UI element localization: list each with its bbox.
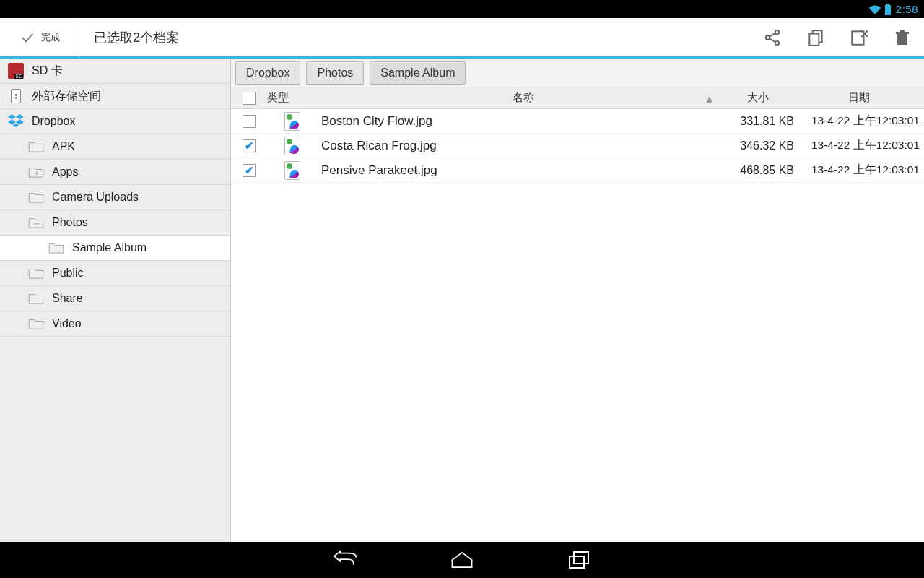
status-clock: 2:58 — [896, 3, 918, 15]
checkbox-icon — [243, 92, 256, 105]
header-name[interactable]: 名称 ▲ — [325, 91, 722, 105]
checkbox-icon — [243, 115, 256, 128]
svg-rect-10 — [900, 30, 905, 32]
header-size[interactable]: 大小 — [722, 91, 794, 105]
breadcrumb: Dropbox Photos Sample Album — [231, 59, 924, 87]
file-date: 13-4-22 上午12:03:01 — [794, 163, 924, 178]
file-size: 346.32 KB — [718, 139, 794, 152]
sidebar-item-label: 外部存储空间 — [32, 89, 101, 104]
breadcrumb-item-current[interactable]: Sample Album — [370, 61, 466, 85]
back-button[interactable] — [330, 545, 360, 575]
folder-icon — [27, 190, 45, 204]
row-checkbox[interactable] — [231, 115, 267, 128]
sidebar-item-dropbox[interactable]: Dropbox — [0, 109, 230, 134]
sidebar-item-apps[interactable]: Apps — [0, 160, 230, 185]
table-header: 类型 名称 ▲ 大小 日期 — [231, 87, 924, 109]
system-navbar — [0, 542, 924, 578]
header-type[interactable]: 类型 — [267, 91, 325, 105]
status-bar: 2:58 — [0, 0, 924, 18]
file-date: 13-4-22 上午12:03:01 — [794, 113, 924, 129]
home-icon — [450, 551, 474, 569]
sidebar-item-label: Camera Uploads — [52, 191, 139, 204]
svg-rect-7 — [852, 31, 863, 44]
recents-button[interactable] — [564, 545, 594, 575]
row-checkbox[interactable] — [231, 164, 267, 177]
folder-icon — [27, 316, 45, 331]
sidebar-item-sample-album[interactable]: Sample Album — [0, 236, 230, 261]
selection-title: 已选取2个档案 — [79, 29, 751, 46]
sidebar-item-label: Sample Album — [72, 241, 147, 254]
done-button[interactable]: 完成 — [0, 18, 79, 56]
sidebar-item-public[interactable]: Public — [0, 261, 230, 286]
sidebar-item-camera[interactable]: Camera Uploads — [0, 185, 230, 210]
dropbox-icon — [7, 114, 25, 129]
svg-rect-8 — [897, 34, 907, 45]
svg-rect-0 — [886, 4, 889, 5]
cut-icon — [850, 28, 868, 47]
done-label: 完成 — [41, 31, 60, 44]
breadcrumb-item[interactable]: Dropbox — [235, 61, 300, 85]
sidebar-item-apk[interactable]: APK — [0, 134, 230, 160]
table-row[interactable]: Boston City Flow.jpg331.81 KB13-4-22 上午1… — [231, 109, 924, 134]
header-name-label: 名称 — [513, 91, 534, 103]
folder-icon — [27, 266, 45, 280]
file-name: Pensive Parakeet.jpg — [318, 163, 718, 178]
home-button[interactable] — [447, 545, 477, 575]
folder-icon — [27, 139, 45, 154]
sidebar-item-label: Photos — [52, 216, 88, 229]
svg-rect-1 — [885, 5, 891, 15]
table-row[interactable]: Costa Rican Frog.jpg346.32 KB13-4-22 上午1… — [231, 134, 924, 158]
trash-icon — [894, 28, 911, 47]
sidebar-item-photos[interactable]: Photos — [0, 210, 230, 236]
wifi-icon — [868, 4, 881, 14]
recents-icon — [568, 551, 590, 569]
row-checkbox[interactable] — [231, 139, 267, 152]
sidebar: SD 卡 外部存储空间 Dropbox APK Apps Camera Uplo… — [0, 59, 231, 542]
cut-button[interactable] — [837, 18, 881, 56]
sdcard-icon — [7, 64, 25, 78]
file-size: 331.81 KB — [718, 115, 794, 128]
svg-rect-12 — [574, 552, 588, 564]
header-date[interactable]: 日期 — [794, 91, 924, 105]
sidebar-item-sdcard[interactable]: SD 卡 — [0, 59, 230, 84]
back-icon — [333, 550, 357, 570]
svg-rect-9 — [896, 32, 909, 34]
action-bar: 完成 已选取2个档案 — [0, 18, 924, 59]
sidebar-item-label: SD 卡 — [32, 64, 63, 79]
header-select-all[interactable] — [231, 92, 267, 105]
sidebar-item-share[interactable]: Share — [0, 286, 230, 311]
folder-open-icon — [27, 215, 45, 230]
content-area: SD 卡 外部存储空间 Dropbox APK Apps Camera Uplo… — [0, 59, 924, 542]
sidebar-item-external[interactable]: 外部存储空间 — [0, 84, 230, 109]
file-list: Boston City Flow.jpg331.81 KB13-4-22 上午1… — [231, 109, 924, 542]
share-icon — [763, 28, 782, 47]
file-date: 13-4-22 上午12:03:01 — [794, 138, 924, 153]
folder-icon — [27, 291, 45, 306]
share-button[interactable] — [751, 18, 794, 56]
sidebar-item-label: APK — [52, 140, 75, 153]
sidebar-item-label: Public — [52, 267, 84, 280]
sidebar-item-label: Video — [52, 317, 82, 330]
sidebar-item-video[interactable]: Video — [0, 311, 230, 337]
copy-button[interactable] — [794, 18, 837, 56]
usb-icon — [7, 89, 25, 103]
sidebar-item-label: Dropbox — [32, 115, 75, 128]
delete-button[interactable] — [881, 18, 924, 56]
file-name: Boston City Flow.jpg — [318, 114, 718, 129]
copy-icon — [806, 28, 825, 47]
file-size: 468.85 KB — [718, 164, 794, 177]
sidebar-item-label: Share — [52, 292, 83, 305]
checkbox-icon — [243, 164, 256, 177]
folder-apps-icon — [27, 165, 45, 179]
file-type-icon — [267, 137, 318, 155]
breadcrumb-item[interactable]: Photos — [306, 61, 364, 85]
sort-ascending-icon: ▲ — [704, 92, 715, 104]
file-pane: Dropbox Photos Sample Album 类型 名称 ▲ 大小 日… — [231, 59, 924, 542]
file-type-icon — [267, 161, 318, 180]
svg-rect-6 — [809, 33, 819, 45]
table-row[interactable]: Pensive Parakeet.jpg468.85 KB13-4-22 上午1… — [231, 158, 924, 183]
file-type-icon — [267, 112, 318, 131]
sidebar-item-label: Apps — [52, 165, 78, 178]
battery-icon — [884, 4, 892, 15]
folder-icon — [48, 241, 65, 255]
